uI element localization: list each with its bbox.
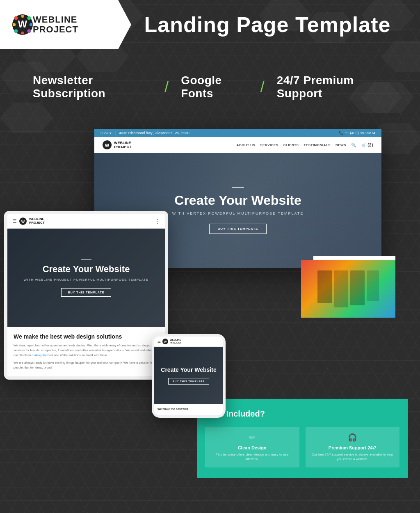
features-bar: Newsletter Subscription / Google Fonts /… bbox=[0, 53, 420, 121]
tablet-hero-title: Create Your Website bbox=[24, 264, 149, 275]
svg-text:W: W bbox=[164, 340, 167, 343]
phone-topbar: ☰ W WEBLINEPROJECT ⋮ bbox=[154, 337, 223, 347]
logo-text: WEBLINE PROJECT bbox=[33, 15, 78, 34]
header-title-area: Landing Page Template bbox=[131, 12, 420, 37]
tablet-content: We make the best web design solutions We… bbox=[7, 327, 165, 376]
svg-point-9 bbox=[13, 23, 16, 26]
nav-news[interactable]: NEWS bbox=[336, 143, 346, 147]
svg-point-2 bbox=[14, 16, 18, 20]
webline-logo-icon: W bbox=[12, 14, 33, 35]
feature-divider-2: / bbox=[260, 80, 265, 94]
tablet-logo-icon: W bbox=[19, 218, 27, 225]
template-topbar: f t G+ ♥ | 4036 Richmond hwy., Alexandri… bbox=[94, 129, 381, 137]
tablet-cta-button[interactable]: BUY THIS TEMPLATE bbox=[61, 288, 112, 297]
brand-name: WEBLINE bbox=[33, 15, 78, 25]
phone-logo-icon: W bbox=[162, 339, 168, 344]
feature-newsletter: Newsletter Subscription bbox=[33, 74, 152, 100]
svg-text:W: W bbox=[18, 19, 27, 30]
phone-hero-title: Create Your Website bbox=[161, 366, 216, 373]
teal-cards: ✏ Clean Design This template offers clea… bbox=[205, 427, 399, 467]
tablet-section-title: We make the best web design solutions bbox=[14, 333, 159, 340]
clean-design-icon: ✏ bbox=[211, 433, 293, 442]
person-1 bbox=[317, 270, 332, 303]
tablet-topbar: ☰ W WEBLINEPROJECT ⋮ bbox=[7, 214, 165, 229]
svg-point-6 bbox=[27, 29, 31, 33]
person-4 bbox=[367, 270, 379, 301]
nav-about[interactable]: ABOUT US bbox=[237, 143, 256, 147]
tablet-divider bbox=[81, 259, 91, 260]
svg-point-7 bbox=[21, 32, 24, 34]
template-nav-links: ABOUT US SERVICES CLIENTS TESTIMONIALS N… bbox=[237, 143, 373, 147]
nav-brand: WEBLINEPROJECT bbox=[114, 141, 132, 149]
hero-cta-button[interactable]: BUY THIS TEMPLATE bbox=[209, 224, 267, 234]
nav-logo-icon: W bbox=[103, 140, 112, 149]
hero-subtitle: WITH VERTEX POWERFUL MULTIPURPOSE TEMPLA… bbox=[172, 211, 304, 215]
svg-point-3 bbox=[21, 15, 24, 18]
address-text: 4036 Richmond hwy., Alexandria, VA, 2230 bbox=[119, 131, 189, 135]
phone-icon: 📞 bbox=[339, 131, 343, 135]
hero-content: Create Your Website WITH VERTEX POWERFUL… bbox=[172, 187, 304, 234]
tablet-more-icon[interactable]: ⋮ bbox=[155, 218, 160, 224]
teal-title: hat's Included? bbox=[205, 409, 399, 419]
cart-icon[interactable]: 🛒 (2) bbox=[361, 143, 374, 147]
nav-clients[interactable]: CLIENTS bbox=[283, 143, 299, 147]
teal-card-2: 🎧 Premium Support 24\7 Our free 24/7 sup… bbox=[306, 427, 400, 467]
tablet-brand: WEBLINEPROJECT bbox=[29, 218, 45, 225]
search-icon[interactable]: 🔍 bbox=[351, 143, 356, 147]
phone-hero: Create Your Website BUY THIS TEMPLATE bbox=[154, 347, 223, 404]
clean-design-text: This template offers clean design and ea… bbox=[211, 452, 293, 461]
support-icon: 🎧 bbox=[312, 433, 394, 442]
feature-google-fonts: Google Fonts bbox=[181, 74, 248, 100]
tablet-hero-content: Create Your Website WITH WEBLINE PROJECT… bbox=[16, 251, 157, 305]
tablet-section-text-2: We are always ready to make exciting thi… bbox=[14, 360, 159, 370]
hero-divider bbox=[232, 187, 244, 188]
tablet-menu-icon[interactable]: ☰ bbox=[12, 218, 17, 224]
logo-area: W WEBLINE PROJECT bbox=[0, 0, 131, 49]
phone-preview: ☰ W WEBLINEPROJECT ⋮ Create Your Website… bbox=[152, 334, 226, 418]
phone-content: We make the best web bbox=[154, 404, 223, 415]
feature-support-label: 24/7 Premium Support bbox=[277, 74, 387, 100]
nav-services[interactable]: SERVICES bbox=[260, 143, 278, 147]
header: W WEBLINE PROJECT Landing Page Template bbox=[0, 0, 420, 49]
phone-brand: WEBLINEPROJECT bbox=[170, 339, 181, 344]
phone-text: 📞 +1 (409) 987-5874 bbox=[339, 131, 375, 135]
feature-support: 24/7 Premium Support bbox=[277, 74, 387, 100]
phone-hero-content: Create Your Website BUY THIS TEMPLATE bbox=[157, 362, 220, 389]
support-title: Premium Support 24\7 bbox=[312, 445, 394, 450]
page-title: Landing Page Template bbox=[144, 12, 391, 37]
person-2 bbox=[334, 270, 348, 307]
nav-testimonials[interactable]: TESTIMONIALS bbox=[304, 143, 331, 147]
clean-design-title: Clean Design bbox=[211, 445, 293, 450]
phone-more-icon[interactable]: ⋮ bbox=[216, 339, 220, 344]
phone-cta-button[interactable]: BUY THIS TEMPLATE bbox=[168, 378, 209, 385]
tablet-section-text: We stand apart from other agencies and w… bbox=[14, 343, 159, 358]
feature-newsletter-label: Newsletter Subscription bbox=[33, 74, 152, 100]
feature-divider-1: / bbox=[164, 80, 169, 94]
tablet-hero-subtitle: WITH WEBLINE PROJECT POWERFUL MULTIPURPO… bbox=[24, 278, 149, 282]
brand-name-line2: PROJECT bbox=[33, 25, 78, 34]
teal-section: hat's Included? ✏ Clean Design This temp… bbox=[197, 399, 408, 478]
svg-text:W: W bbox=[105, 143, 110, 148]
svg-text:W: W bbox=[21, 220, 25, 224]
teal-card-1: ✏ Clean Design This template offers clea… bbox=[205, 427, 299, 467]
feature-google-fonts-label: Google Fonts bbox=[181, 74, 248, 100]
template-nav: W WEBLINEPROJECT ABOUT US SERVICES CLIEN… bbox=[94, 137, 381, 153]
svg-point-4 bbox=[27, 16, 31, 20]
phone-text: We make the best web bbox=[158, 408, 220, 410]
svg-point-5 bbox=[30, 23, 32, 26]
team-image bbox=[301, 260, 395, 318]
phone-menu-icon[interactable]: ☰ bbox=[158, 339, 161, 344]
team-silhouettes bbox=[317, 270, 379, 307]
svg-point-8 bbox=[14, 29, 18, 33]
social-icons: f t G+ ♥ bbox=[100, 131, 112, 135]
template-nav-logo: W WEBLINEPROJECT bbox=[103, 140, 132, 149]
hero-title: Create Your Website bbox=[172, 193, 304, 208]
person-3 bbox=[350, 270, 365, 305]
support-text: Our free 24/7 support service is always … bbox=[312, 452, 394, 461]
tablet-hero: Create Your Website WITH WEBLINE PROJECT… bbox=[7, 229, 165, 327]
tablet-preview: ☰ W WEBLINEPROJECT ⋮ Create Your Website… bbox=[4, 211, 168, 380]
